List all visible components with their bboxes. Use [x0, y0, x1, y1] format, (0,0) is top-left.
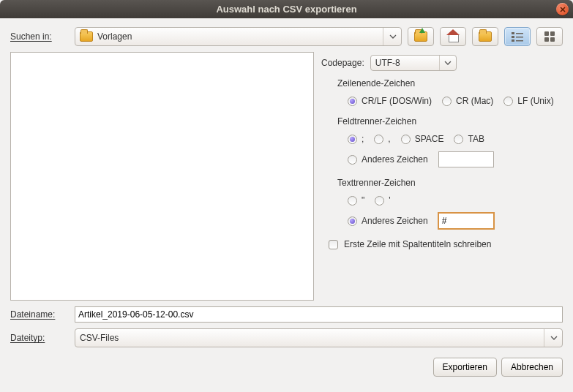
filename-input[interactable]: [75, 306, 563, 323]
radio-text-other[interactable]: Anderes Zeichen: [348, 216, 428, 226]
text-separator-group: Texttrenner-Zeichen " ' Anderes Zeichen: [330, 178, 563, 229]
codepage-value: UTF-8: [375, 58, 400, 68]
radio-icon: [348, 155, 357, 165]
chevron-down-icon: [544, 329, 558, 347]
first-row-checkbox-row[interactable]: Erste Zeile mit Spaltentiteln schreiben: [329, 239, 563, 249]
search-in-row: Suchen in: Vorlagen: [10, 27, 563, 46]
radio-icon: [348, 97, 357, 106]
line-ending-label: Zeilenende-Zeichen: [337, 78, 563, 88]
chevron-down-icon: [439, 56, 452, 70]
search-in-combo[interactable]: Vorlagen: [75, 27, 402, 46]
list-view-button[interactable]: [504, 27, 531, 46]
search-in-label: Suchen in:: [10, 31, 69, 42]
filetype-value: CSV-Files: [80, 333, 119, 343]
svg-rect-1: [516, 33, 523, 34]
folder-icon: [80, 31, 93, 42]
checkbox-icon: [329, 240, 338, 249]
grid-view-button[interactable]: [536, 27, 563, 46]
export-button[interactable]: Exportieren: [433, 358, 497, 377]
radio-icon: [401, 135, 411, 144]
home-icon: [447, 31, 459, 42]
new-folder-button[interactable]: [472, 27, 498, 46]
svg-rect-3: [516, 37, 523, 38]
radio-icon: [348, 135, 357, 144]
list-view-icon: [512, 31, 523, 42]
radio-tab[interactable]: TAB: [454, 134, 484, 144]
home-button[interactable]: [440, 27, 466, 46]
folder-up-icon: [414, 31, 427, 42]
text-other-input[interactable]: [438, 213, 494, 229]
radio-icon: [348, 216, 357, 226]
radio-icon: [375, 196, 384, 206]
radio-comma[interactable]: ,: [374, 134, 390, 144]
radio-lf[interactable]: LF (Unix): [503, 96, 553, 106]
text-separator-label: Texttrenner-Zeichen: [337, 178, 563, 188]
field-separator-group: Feldtrenner-Zeichen ; , SPACE TAB Andere…: [330, 116, 563, 167]
codepage-label: Codepage:: [321, 58, 364, 68]
radio-field-other[interactable]: Anderes Zeichen: [348, 154, 428, 165]
svg-rect-0: [512, 32, 514, 34]
svg-rect-4: [512, 39, 514, 42]
radio-double-quote[interactable]: ": [348, 195, 364, 206]
radio-space[interactable]: SPACE: [401, 134, 444, 144]
filetype-label: Dateityp:: [10, 333, 69, 343]
radio-icon: [348, 196, 357, 206]
filename-row: Dateiname:: [10, 306, 563, 323]
svg-rect-5: [516, 40, 523, 42]
folder-icon: [479, 31, 492, 42]
radio-crlf[interactable]: CR/LF (DOS/Win): [348, 96, 432, 106]
field-other-input[interactable]: [438, 151, 494, 167]
field-separator-label: Feldtrenner-Zeichen: [337, 116, 563, 127]
grid-view-icon: [544, 31, 555, 42]
radio-icon: [454, 135, 463, 144]
radio-icon: [503, 97, 513, 106]
codepage-row: Codepage: UTF-8: [321, 55, 563, 71]
radio-single-quote[interactable]: ': [375, 195, 390, 206]
cancel-button[interactable]: Abbrechen: [501, 358, 563, 377]
radio-icon: [374, 135, 383, 144]
filetype-row: Dateityp: CSV-Files: [10, 328, 563, 347]
radio-cr[interactable]: CR (Mac): [442, 96, 493, 106]
line-ending-group: Zeilenende-Zeichen CR/LF (DOS/Win) CR (M…: [330, 78, 563, 106]
filetype-combo[interactable]: CSV-Files: [75, 328, 563, 347]
file-list[interactable]: [10, 52, 314, 301]
filename-label: Dateiname:: [10, 309, 69, 320]
chevron-down-icon: [383, 28, 397, 45]
first-row-label: Erste Zeile mit Spaltentiteln schreiben: [344, 239, 491, 249]
search-in-value: Vorlagen: [97, 31, 132, 42]
codepage-combo[interactable]: UTF-8: [370, 55, 457, 71]
svg-rect-2: [512, 36, 514, 38]
folder-up-button[interactable]: [408, 27, 434, 46]
window-title: Auswahl nach CSV exportieren: [216, 4, 356, 15]
radio-icon: [442, 97, 452, 106]
close-icon[interactable]: [556, 3, 569, 15]
titlebar: Auswahl nach CSV exportieren: [0, 0, 573, 18]
radio-semicolon[interactable]: ;: [348, 134, 364, 144]
